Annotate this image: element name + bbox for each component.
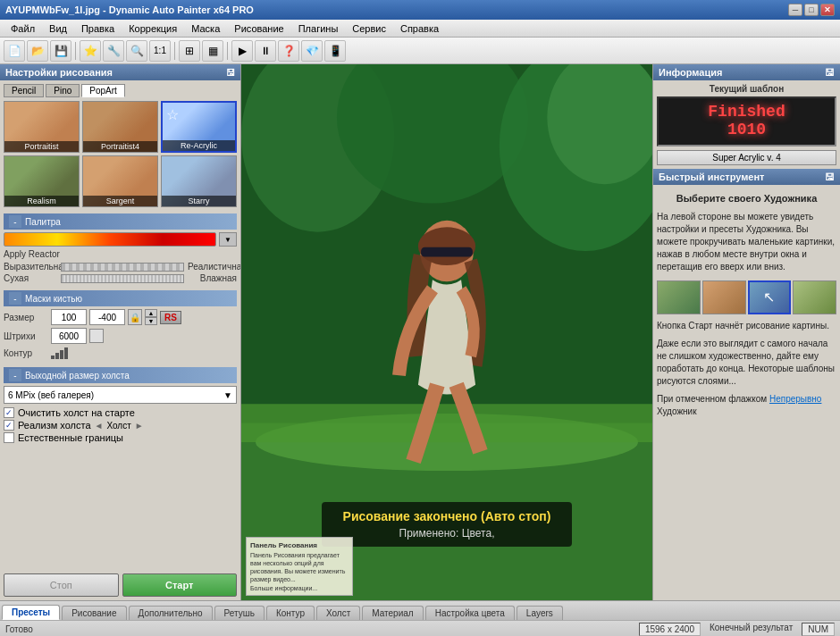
palette-dropdown-btn[interactable]: ▼ [219, 232, 237, 247]
clear-canvas-checkbox[interactable]: ✓ [4, 407, 14, 418]
help-icon-button[interactable]: ❓ [278, 40, 299, 62]
quick-tool-pin[interactable]: 🖫 [825, 172, 835, 182]
continuous-link[interactable]: Непрерывно [769, 394, 821, 404]
realism-checkbox[interactable]: ✓ [4, 420, 14, 431]
info-pin[interactable]: 🖫 [825, 67, 835, 78]
expressive-label: Выразительная [4, 262, 57, 272]
minimize-button[interactable]: ─ [788, 4, 802, 16]
thumb-item-active[interactable]: ↖ [748, 280, 792, 314]
size-input-2[interactable]: -400 [89, 309, 125, 325]
lock-button[interactable]: 🔒 [128, 309, 142, 325]
tab-material[interactable]: Материал [362, 606, 423, 620]
tab-layers[interactable]: Layers [517, 606, 563, 620]
menu-plugins[interactable]: Плагины [291, 21, 346, 36]
preset-tab-pino[interactable]: Pino [46, 84, 80, 97]
thumb-item[interactable] [702, 280, 746, 314]
size-label: Размер [4, 313, 48, 322]
size-input-1[interactable]: 100 [51, 309, 87, 325]
bar-2 [55, 353, 59, 359]
left-panel-pin[interactable]: 🖫 [226, 68, 235, 78]
preset-label: Portraitist4 [83, 141, 157, 152]
menu-edit[interactable]: Правка [74, 21, 122, 36]
tab-presets[interactable]: Пресеты [2, 605, 60, 620]
stop-button[interactable]: Стоп [4, 573, 119, 597]
start-description: Кнопка Старт начнёт рисование картины. [657, 320, 836, 332]
grid-button[interactable]: ⊞ [179, 40, 200, 62]
pause-button[interactable]: ⏸ [255, 40, 276, 62]
strokes-label: Штрихи [4, 331, 48, 341]
tab-canvas[interactable]: Холст [316, 606, 360, 620]
preset-item[interactable]: Realism [4, 155, 80, 207]
preset-item[interactable]: Portraitist [4, 101, 80, 153]
spin-down[interactable]: ▼ [145, 317, 157, 325]
left-panel-title: Настройки рисования 🖫 [0, 64, 240, 80]
palette-title-text: Палитра [25, 217, 61, 227]
open-button[interactable]: 📂 [27, 40, 48, 62]
info-panel-header: Панель Рисования [250, 541, 349, 549]
palette-collapse[interactable]: - [9, 215, 21, 228]
contour-label: Контур [4, 348, 48, 358]
menu-view[interactable]: Вид [42, 21, 74, 36]
play-button[interactable]: ▶ [231, 40, 253, 62]
menu-correction[interactable]: Коррекция [122, 21, 184, 36]
zoom-in-button[interactable]: 🔍 [126, 40, 147, 62]
thumb-item[interactable] [793, 280, 836, 314]
detail-description: Даже если это выглядит с самого начала н… [657, 338, 836, 388]
status-num: NUM [802, 623, 835, 636]
preset-label: Realism [4, 196, 79, 206]
rs-button[interactable]: RS [160, 311, 181, 324]
realism-extra-label: Холст [106, 421, 130, 431]
size-dropdown[interactable]: 6 MPix (веб галерея) ▼ [4, 386, 237, 404]
preset-item[interactable]: Sargent [82, 155, 158, 207]
expressive-slider[interactable] [61, 263, 184, 272]
natural-checkbox[interactable]: ✓ [4, 432, 14, 443]
tab-drawing[interactable]: Рисование [62, 606, 126, 620]
size-spinner[interactable]: ▲ ▼ [145, 309, 157, 325]
menu-mask[interactable]: Маска [184, 21, 227, 36]
device-button[interactable]: 📱 [324, 40, 346, 62]
menu-file[interactable]: Файл [4, 21, 42, 36]
new-button[interactable]: 📄 [4, 40, 25, 62]
brush-collapse[interactable]: - [9, 292, 21, 305]
tab-color-settings[interactable]: Настройка цвета [425, 606, 515, 620]
maximize-button[interactable]: □ [804, 4, 819, 16]
extra-button[interactable]: 💎 [301, 40, 323, 62]
dry-label: Сухая [4, 273, 57, 283]
preset-tab-pencil[interactable]: Pencil [4, 84, 44, 97]
spin-up[interactable]: ▲ [145, 309, 157, 317]
canvas-area[interactable]: Рисование закончено (Авто стоп) Применен… [241, 64, 652, 600]
preset-item-reacrylic[interactable]: ☆ Re-Acrylic [161, 101, 237, 153]
left-panel: Настройки рисования 🖫 Pencil Pino PopArt… [0, 64, 241, 600]
favorite-button[interactable]: ⭐ [80, 40, 101, 62]
close-button[interactable]: ✕ [820, 4, 835, 16]
brush-title-text: Маски кистью [25, 294, 82, 304]
quick-tool-title: Быстрый инструмент 🖫 [653, 169, 840, 185]
menu-drawing[interactable]: Рисование [227, 21, 290, 36]
preset-tab-popart[interactable]: PopArt [81, 84, 125, 97]
clear-canvas-label: Очистить холст на старте [18, 407, 135, 418]
zoom-out-button[interactable]: 1:1 [149, 40, 171, 62]
menu-help[interactable]: Справка [393, 21, 446, 36]
output-collapse[interactable]: - [9, 369, 21, 381]
preset-tabs: Pencil Pino PopArt [4, 84, 237, 97]
tab-retouch[interactable]: Ретушь [214, 606, 265, 620]
tab-advanced[interactable]: Дополнительно [129, 606, 213, 620]
info-panel-more: Больше информации... [250, 585, 349, 591]
contour-row: Контур [4, 347, 237, 359]
menu-service[interactable]: Сервис [345, 21, 393, 36]
view-button[interactable]: ▦ [202, 40, 223, 62]
status-ready: Готово [5, 624, 33, 634]
thumb-item[interactable] [657, 280, 701, 314]
right-scroll-area[interactable]: Выберите своего Художника На левой сторо… [653, 188, 840, 600]
tab-contour[interactable]: Контур [266, 606, 315, 620]
strokes-input[interactable]: 6000 [51, 328, 87, 344]
strokes-row: Штрихи 6000 [4, 328, 237, 344]
save-button[interactable]: 💾 [50, 40, 71, 62]
tool-button[interactable]: 🔧 [103, 40, 124, 62]
preset-item[interactable]: Starry [161, 155, 237, 207]
preset-item[interactable]: Portraitist4 [82, 101, 158, 153]
title-bar: AYUPMWbFw_1I.jpg - Dynamic Auto Painter … [0, 0, 840, 20]
dry-slider[interactable] [61, 274, 184, 283]
start-button[interactable]: Старт [122, 573, 238, 597]
artist-description: На левой стороне вы можете увидеть настр… [657, 211, 836, 273]
